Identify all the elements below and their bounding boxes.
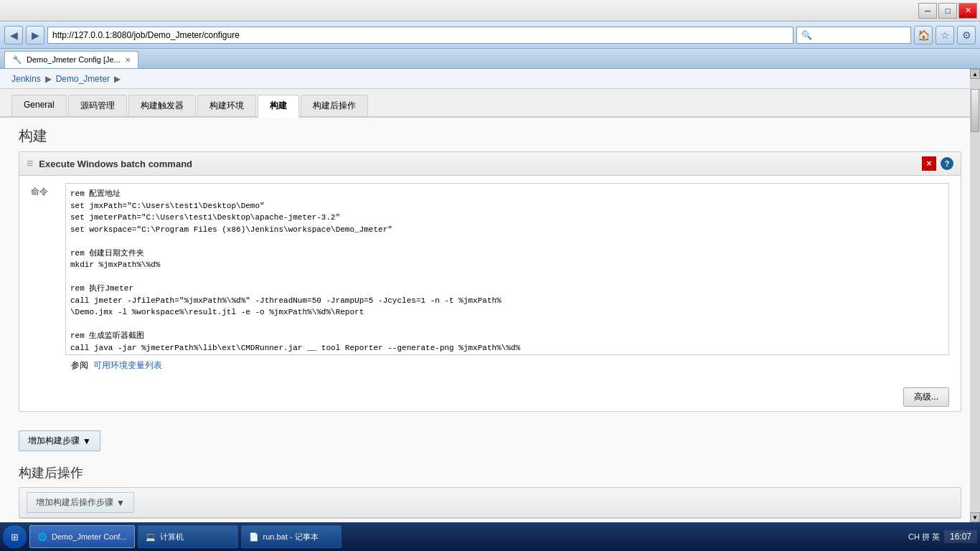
post-build-section: 构建后操作 增加构建后操作步骤 ▼ — [7, 458, 973, 519]
add-step-label: 增加构建步骤 — [28, 435, 80, 447]
advanced-button[interactable]: 高级... — [903, 387, 949, 407]
post-build-title: 构建后操作 — [19, 458, 961, 487]
url-text: http://127.0.0.1:8080/job/Demo_Jmeter/co… — [52, 30, 240, 40]
taskbar-item-label-1: Demo_Jmeter Conf... — [52, 532, 127, 541]
build-card-title-area: ≡ Execute Windows batch command — [27, 157, 192, 170]
breadcrumb-sep-2: ▶ — [114, 74, 121, 84]
build-section-title: 构建 — [7, 118, 973, 151]
taskbar-lang: CH 拼 英 — [908, 532, 940, 542]
post-build-card: 增加构建后操作步骤 ▼ — [19, 487, 961, 519]
command-textarea[interactable]: rem 配置地址 set jmxPath="C:\Users\test1\Des… — [66, 184, 948, 354]
taskbar-right: CH 拼 英 16:07 — [908, 530, 977, 543]
taskbar-item-icon-3: 📄 — [249, 532, 259, 542]
taskbar-item-icon-1: 🌐 — [37, 532, 47, 542]
add-build-step-button[interactable]: 增加构建步骤 ▼ — [19, 430, 100, 451]
ref-row: 参阅 可用环境变量列表 — [31, 355, 949, 376]
drag-handle-icon: ≡ — [27, 157, 33, 170]
main-content: 构建 ≡ Execute Windows batch command × ? 命… — [0, 118, 980, 551]
breadcrumb-sep-1: ▶ — [45, 74, 52, 84]
breadcrumb-demo-jmeter[interactable]: Demo_Jmeter — [56, 74, 110, 84]
taskbar-item-icon-2: 💻 — [146, 532, 156, 542]
post-build-header: 增加构建后操作步骤 ▼ — [19, 488, 961, 518]
home-icon[interactable]: 🏠 — [914, 26, 933, 44]
tab-bar: 🔧 Demo_Jmeter Config [Je... ✕ — [0, 49, 980, 69]
breadcrumb-jenkins[interactable]: Jenkins — [11, 74, 41, 84]
tab-close-icon[interactable]: ✕ — [125, 56, 131, 64]
scroll-up-arrow[interactable]: ▲ — [970, 69, 980, 79]
add-step-dropdown-icon: ▼ — [83, 436, 91, 446]
add-post-dropdown-icon: ▼ — [116, 498, 125, 508]
advanced-row: 高级... — [19, 383, 961, 411]
build-card-header: ≡ Execute Windows batch command × ? — [19, 152, 961, 176]
tab-trigger[interactable]: 构建触发器 — [128, 95, 196, 116]
scroll-thumb[interactable] — [971, 89, 979, 132]
start-button[interactable]: ⊞ — [3, 525, 27, 548]
add-post-label: 增加构建后操作步骤 — [36, 496, 113, 509]
taskbar-item-jenkins[interactable]: 🌐 Demo_Jmeter Conf... — [29, 525, 135, 548]
delete-button[interactable]: × — [922, 156, 936, 171]
page-scrollbar: ▲ ▼ — [970, 69, 980, 522]
config-tab-bar: General 源码管理 构建触发器 构建环境 构建 构建后操作 — [0, 89, 980, 118]
taskbar-clock: 16:07 — [944, 530, 977, 543]
ref-prefix: 参阅 — [71, 360, 88, 370]
taskbar-item-computer[interactable]: 💻 计算机 — [138, 525, 238, 548]
scroll-down-arrow[interactable]: ▼ — [970, 512, 980, 522]
tab-label: Demo_Jmeter Config [Je... — [27, 55, 121, 64]
tab-general[interactable]: General — [11, 95, 67, 116]
add-step-area: 增加构建步骤 ▼ — [7, 423, 973, 458]
maximize-btn[interactable]: □ — [938, 3, 957, 19]
star-icon[interactable]: ☆ — [936, 26, 954, 44]
back-btn[interactable]: ◀ — [4, 26, 23, 44]
tab-build[interactable]: 构建 — [258, 95, 299, 118]
taskbar: ⊞ 🌐 Demo_Jmeter Conf... 💻 计算机 📄 run.bat … — [0, 522, 980, 551]
tab-favicon: 🔧 — [12, 55, 22, 65]
add-post-build-button[interactable]: 增加构建后操作步骤 ▼ — [27, 492, 134, 513]
search-box[interactable]: 🔍 — [796, 27, 911, 44]
tab-env[interactable]: 构建环境 — [197, 95, 256, 116]
tab-post-build[interactable]: 构建后操作 — [301, 95, 368, 116]
start-icon: ⊞ — [11, 532, 19, 542]
build-card: ≡ Execute Windows batch command × ? 命令 r… — [19, 151, 961, 412]
taskbar-item-label-3: run.bat - 记事本 — [263, 532, 319, 542]
build-card-title-text: Execute Windows batch command — [39, 159, 192, 169]
browser-titlebar: ─ □ ✕ — [0, 0, 980, 22]
help-button[interactable]: ? — [941, 157, 953, 170]
command-row: 命令 rem 配置地址 set jmxPath="C:\Users\test1\… — [31, 183, 949, 355]
settings-icon[interactable]: ⚙ — [957, 26, 976, 44]
search-icon: 🔍 — [801, 30, 812, 40]
forward-btn[interactable]: ▶ — [26, 26, 44, 44]
command-label: 命令 — [31, 183, 57, 198]
command-area: 命令 rem 配置地址 set jmxPath="C:\Users\test1\… — [19, 176, 961, 383]
address-bar: ◀ ▶ http://127.0.0.1:8080/job/Demo_Jmete… — [0, 22, 980, 49]
close-btn[interactable]: ✕ — [958, 3, 977, 19]
tab-source[interactable]: 源码管理 — [68, 95, 127, 116]
url-input[interactable]: http://127.0.0.1:8080/job/Demo_Jmeter/co… — [47, 27, 793, 44]
breadcrumb-bar: Jenkins ▶ Demo_Jmeter ▶ — [0, 69, 980, 89]
browser-tab-active[interactable]: 🔧 Demo_Jmeter Config [Je... ✕ — [4, 51, 138, 68]
ref-link[interactable]: 可用环境变量列表 — [93, 360, 162, 370]
minimize-btn[interactable]: ─ — [918, 3, 937, 19]
taskbar-item-notepad[interactable]: 📄 run.bat - 记事本 — [241, 525, 341, 548]
taskbar-item-label-2: 计算机 — [160, 532, 184, 542]
